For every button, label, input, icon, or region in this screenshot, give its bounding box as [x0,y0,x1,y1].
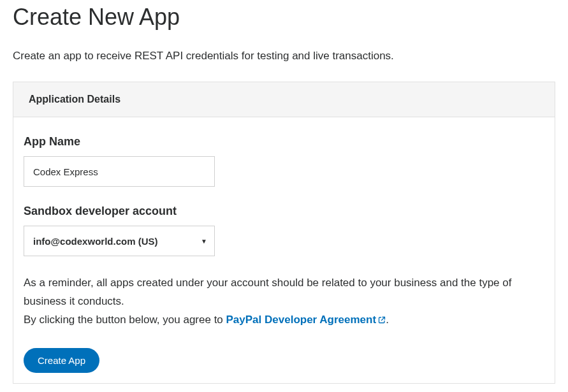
create-app-button[interactable]: Create App [24,348,99,373]
application-details-panel: Application Details App Name Sandbox dev… [13,82,555,384]
panel-body: App Name Sandbox developer account info@… [13,117,555,383]
page-subtitle: Create an app to receive REST API creden… [13,50,555,62]
sandbox-account-select[interactable]: info@codexworld.com (US) [24,226,215,256]
agreement-text: By clicking the button below, you agree … [24,311,544,330]
app-name-input[interactable] [24,156,215,187]
reminder-text: As a reminder, all apps created under yo… [24,274,544,311]
sandbox-account-label: Sandbox developer account [24,205,544,218]
page-title: Create New App [13,4,555,31]
agreement-prefix: By clicking the button below, you agree … [24,314,226,326]
developer-agreement-link[interactable]: PayPal Developer Agreement [226,314,386,326]
agreement-link-text: PayPal Developer Agreement [226,314,377,326]
external-link-icon [378,312,386,330]
app-name-label: App Name [24,135,544,149]
agreement-suffix: . [386,314,389,326]
sandbox-account-group: Sandbox developer account info@codexworl… [24,205,544,256]
panel-header: Application Details [13,82,555,117]
app-name-group: App Name [24,135,544,187]
